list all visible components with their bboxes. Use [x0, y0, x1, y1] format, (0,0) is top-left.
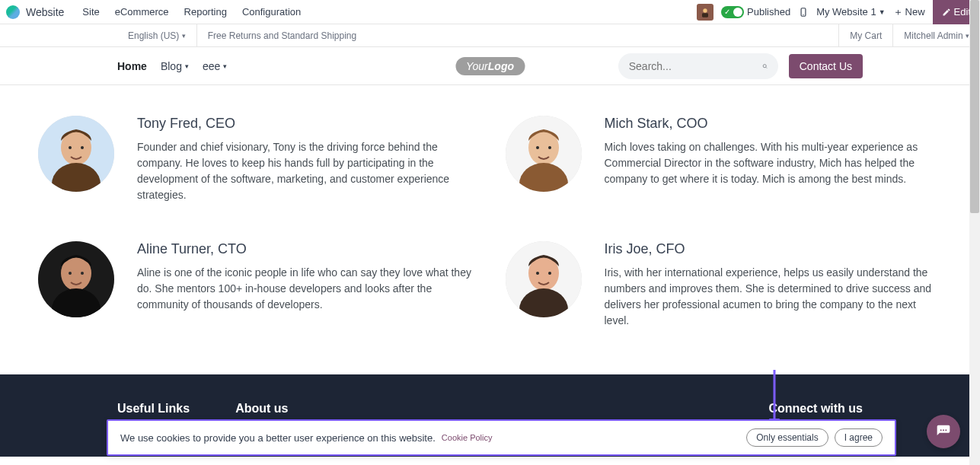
svg-point-15 [536, 146, 539, 149]
website-selector-dropdown[interactable]: My Website 1 ▼ [816, 6, 885, 18]
pencil-icon [942, 8, 951, 17]
svg-point-25 [536, 272, 539, 275]
edit-button-label: Edit [954, 6, 971, 18]
about-title: About us [235, 402, 540, 416]
caret-down-icon: ▾ [185, 62, 189, 70]
team-description: Mich loves taking on challenges. With hi… [605, 139, 943, 187]
svg-point-21 [81, 272, 84, 275]
cookie-buttons: Only essentials I agree [746, 428, 883, 447]
team-photo [38, 116, 114, 192]
useful-links-title: Useful Links [117, 402, 190, 416]
team-section: Tony Fred, CEO Founder and chief visiona… [0, 85, 980, 374]
top-menu-bar: Website Site eCommerce Reporting Configu… [0, 0, 980, 24]
menu-configuration[interactable]: Configuration [235, 6, 308, 18]
team-text: Aline Turner, CTO Aline is one of the ic… [137, 241, 475, 313]
scrollbar-track[interactable] [969, 0, 980, 457]
new-button[interactable]: ＋ New [893, 5, 925, 19]
svg-point-20 [69, 272, 72, 275]
menu-reporting[interactable]: Reporting [177, 6, 235, 18]
team-card: Aline Turner, CTO Aline is one of the ic… [38, 241, 475, 329]
caret-down-icon: ▾ [223, 62, 227, 70]
search-box[interactable] [618, 53, 778, 79]
team-name: Aline Turner, CTO [137, 241, 475, 257]
search-icon[interactable] [762, 61, 768, 72]
nav-eee-dropdown[interactable]: eee▾ [203, 60, 227, 72]
team-card: Tony Fred, CEO Founder and chief visiona… [38, 116, 475, 203]
svg-point-30 [943, 429, 944, 431]
sub-bar: English (US) ▾ Free Returns and Standard… [0, 24, 980, 47]
chat-launcher-button[interactable] [927, 415, 960, 448]
svg-line-6 [766, 67, 767, 68]
svg-point-16 [548, 146, 551, 149]
app-name[interactable]: Website [26, 6, 64, 18]
team-description: Aline is one of the iconic people in lif… [137, 265, 475, 313]
subbar-right: My Cart Mitchell Admin ▾ [838, 24, 980, 46]
team-text: Tony Fred, CEO Founder and chief visiona… [137, 116, 475, 203]
mobile-preview-icon[interactable] [798, 7, 809, 18]
team-photo [506, 241, 582, 317]
contact-us-button[interactable]: Contact Us [789, 54, 863, 78]
team-name: Iris Joe, CFO [605, 241, 943, 257]
team-card: Mich Stark, COO Mich loves taking on cha… [506, 116, 943, 203]
only-essentials-button[interactable]: Only essentials [746, 428, 828, 447]
new-button-label: New [905, 6, 925, 18]
svg-point-31 [945, 429, 946, 431]
svg-point-5 [763, 64, 766, 67]
site-logo[interactable]: YourLogo [455, 57, 525, 75]
plus-icon: ＋ [893, 5, 903, 19]
menu-ecommerce[interactable]: eCommerce [107, 6, 177, 18]
search-input[interactable] [629, 60, 762, 72]
team-description: Iris, with her international experience,… [605, 265, 943, 329]
team-description: Founder and chief visionary, Tony is the… [137, 139, 475, 203]
svg-point-1 [703, 8, 707, 12]
svg-point-11 [81, 146, 84, 149]
menu-site[interactable]: Site [75, 6, 107, 18]
publish-toggle[interactable]: ✓ Published [721, 6, 790, 18]
team-photo [38, 241, 114, 317]
cookie-text: We use cookies to provide you a better u… [120, 432, 436, 444]
connect-title: Connect with us [768, 402, 863, 416]
website-selector-label: My Website 1 [816, 6, 876, 18]
svg-point-29 [940, 429, 942, 431]
nav-home[interactable]: Home [117, 60, 147, 72]
topbar-left: Website Site eCommerce Reporting Configu… [6, 5, 308, 19]
publish-label: Published [747, 6, 790, 18]
cookie-consent-bar: We use cookies to provide you a better u… [107, 419, 896, 456]
i-agree-button[interactable]: I agree [835, 428, 883, 447]
nav-blog-dropdown[interactable]: Blog▾ [161, 60, 189, 72]
scrollbar-thumb[interactable] [970, 0, 979, 213]
team-photo [506, 116, 582, 192]
svg-point-26 [548, 272, 551, 275]
user-avatar-icon[interactable] [697, 4, 713, 21]
team-card: Iris Joe, CFO Iris, with her internation… [506, 241, 943, 329]
language-selector[interactable]: English (US) ▾ [117, 24, 197, 47]
user-menu-dropdown[interactable]: Mitchell Admin ▾ [892, 24, 980, 47]
odoo-logo-icon [6, 5, 20, 19]
svg-point-10 [69, 146, 72, 149]
nav-links: Home Blog▾ eee▾ [117, 60, 227, 72]
team-text: Iris Joe, CFO Iris, with her internation… [605, 241, 943, 329]
toggle-switch-icon[interactable]: ✓ [721, 6, 744, 18]
team-name: Tony Fred, CEO [137, 116, 475, 132]
nav-right: Contact Us [618, 53, 863, 79]
logo-part-b: Logo [488, 60, 514, 72]
topbar-right: ✓ Published My Website 1 ▼ ＋ New Edit [697, 1, 974, 24]
team-text: Mich Stark, COO Mich loves taking on cha… [605, 116, 943, 187]
caret-down-icon: ▾ [182, 32, 186, 40]
svg-rect-2 [702, 13, 708, 17]
subbar-left: English (US) ▾ Free Returns and Standard… [117, 24, 367, 46]
cookie-policy-link[interactable]: Cookie Policy [442, 433, 493, 442]
caret-down-icon: ▼ [879, 8, 886, 16]
logo-part-a: Your [466, 60, 488, 72]
my-cart-link[interactable]: My Cart [838, 24, 892, 47]
team-name: Mich Stark, COO [605, 116, 943, 132]
site-nav: Home Blog▾ eee▾ YourLogo Contact Us [0, 47, 980, 85]
chat-icon [936, 424, 951, 439]
promo-text[interactable]: Free Returns and Standard Shipping [197, 24, 367, 47]
